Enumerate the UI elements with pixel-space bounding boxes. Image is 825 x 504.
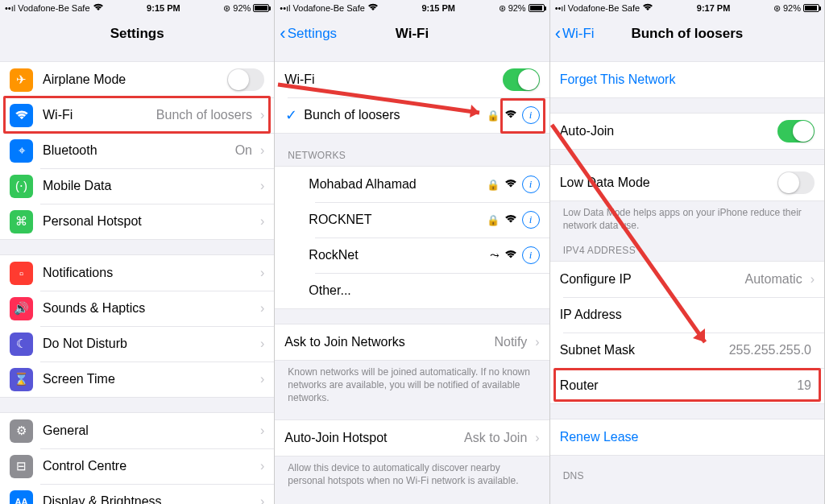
forget-network-row[interactable]: Forget This Network bbox=[550, 62, 824, 97]
bluetooth-icon: ⌖ bbox=[10, 139, 33, 163]
bluetooth-value: On bbox=[235, 143, 252, 158]
wifi-strength-icon bbox=[504, 109, 517, 122]
clock: 9:15 PM bbox=[147, 3, 180, 13]
dnd-label: Do Not Disturb bbox=[43, 337, 255, 351]
carrier-label: Vodafone-Be Safe bbox=[568, 3, 640, 13]
wifi-icon bbox=[642, 3, 653, 13]
alarm-icon: ⊛ bbox=[773, 3, 781, 14]
network-label: RockNet bbox=[309, 248, 484, 262]
info-button[interactable]: i bbox=[522, 246, 540, 264]
lock-icon: 🔒 bbox=[487, 214, 500, 226]
network-label: Mohabad Alhamad bbox=[309, 177, 481, 192]
airplane-toggle[interactable] bbox=[227, 68, 264, 91]
ipv4-header: IPV4 ADDRESS bbox=[550, 240, 824, 261]
lowdata-label: Low Data Mode bbox=[560, 176, 777, 190]
status-bar: ••ıl Vodafone-Be Safe 9:17 PM ⊛ 92% bbox=[550, 0, 824, 16]
ip-label: IP Address bbox=[560, 308, 811, 322]
autojoin-row[interactable]: Auto-Join bbox=[550, 114, 824, 149]
chevron-right-icon: › bbox=[260, 179, 264, 193]
info-button[interactable]: i bbox=[522, 211, 540, 229]
lowdata-toggle[interactable] bbox=[777, 171, 815, 194]
network-row[interactable]: ROCKNET 🔒i bbox=[275, 202, 549, 238]
nav-bar: Settings bbox=[0, 16, 274, 52]
display-row[interactable]: AA Display & Brightness › bbox=[0, 484, 274, 504]
wifi-pane: ••ıl Vodafone-Be Safe 9:15 PM ⊛ 92% ‹Set… bbox=[275, 0, 549, 504]
screentime-row[interactable]: ⌛ Screen Time › bbox=[0, 361, 274, 397]
chevron-right-icon: › bbox=[260, 459, 264, 473]
battery-icon bbox=[803, 4, 819, 12]
renew-label: Renew Lease bbox=[560, 430, 815, 444]
settings-pane: ••ıl Vodafone-Be Safe 9:15 PM ⊛ 92% Sett… bbox=[0, 0, 275, 504]
lowdata-row[interactable]: Low Data Mode bbox=[550, 165, 824, 200]
bluetooth-row[interactable]: ⌖ Bluetooth On › bbox=[0, 133, 274, 168]
forget-label: Forget This Network bbox=[560, 72, 815, 87]
network-row[interactable]: Mohabad Alhamad 🔒i bbox=[275, 167, 549, 202]
other-network-row[interactable]: Other... bbox=[275, 273, 549, 308]
chevron-right-icon: › bbox=[260, 423, 264, 438]
chevron-right-icon: › bbox=[260, 143, 264, 158]
text-size-icon: AA bbox=[10, 490, 33, 505]
wifi-toggle-label: Wi-Fi bbox=[284, 72, 502, 87]
wifi-strength-icon bbox=[504, 178, 517, 191]
gear-icon: ⚙ bbox=[10, 419, 33, 443]
screentime-label: Screen Time bbox=[43, 372, 255, 386]
ask-label: Ask to Join Networks bbox=[284, 335, 494, 349]
clock: 9:15 PM bbox=[421, 3, 455, 13]
nav-bar: ‹Wi-Fi Bunch of loosers bbox=[550, 16, 824, 52]
back-button[interactable]: ‹Settings bbox=[280, 25, 337, 43]
battery-percent: 92% bbox=[233, 3, 251, 13]
chevron-right-icon: › bbox=[260, 337, 264, 351]
chevron-right-icon: › bbox=[535, 335, 539, 349]
back-label: Wi-Fi bbox=[562, 26, 595, 42]
autojoin-toggle[interactable] bbox=[777, 120, 815, 143]
other-label: Other... bbox=[309, 283, 539, 298]
general-label: General bbox=[43, 423, 255, 438]
dnd-row[interactable]: ☾ Do Not Disturb › bbox=[0, 326, 274, 361]
display-label: Display & Brightness bbox=[43, 494, 255, 504]
renew-lease-row[interactable]: Renew Lease bbox=[550, 419, 824, 455]
configure-ip-row[interactable]: Configure IP Automatic › bbox=[550, 262, 824, 297]
connected-network-row[interactable]: ✓ Bunch of loosers 🔒 i bbox=[275, 97, 549, 133]
mobile-data-row[interactable]: (⋅) Mobile Data › bbox=[0, 168, 274, 204]
sounds-row[interactable]: 🔊 Sounds & Haptics › bbox=[0, 291, 274, 326]
network-row[interactable]: RockNet ⤳i bbox=[275, 238, 549, 273]
router-label: Router bbox=[560, 378, 798, 393]
autojoin-hotspot-row[interactable]: Auto-Join Hotspot Ask to Join › bbox=[275, 420, 549, 456]
controlcentre-label: Control Centre bbox=[43, 459, 255, 473]
router-value: 19 bbox=[797, 378, 811, 393]
info-button[interactable]: i bbox=[522, 176, 540, 193]
sounds-label: Sounds & Haptics bbox=[43, 301, 255, 316]
carrier-label: Vodafone-Be Safe bbox=[18, 3, 89, 13]
page-title: Bunch of loosers bbox=[631, 26, 743, 42]
signal-icon: ••ıl bbox=[280, 3, 290, 13]
chevron-right-icon: › bbox=[260, 266, 264, 280]
info-button[interactable]: i bbox=[522, 106, 540, 124]
lock-icon: 🔒 bbox=[487, 179, 500, 191]
wifi-strength-icon bbox=[504, 213, 517, 226]
ask-footer: Known networks will be joined automatica… bbox=[275, 361, 549, 405]
bluetooth-label: Bluetooth bbox=[43, 143, 235, 158]
signal-icon: ••ıl bbox=[555, 3, 566, 13]
wifi-row[interactable]: Wi-Fi Bunch of loosers › bbox=[0, 97, 274, 133]
checkmark-icon: ✓ bbox=[283, 106, 299, 124]
ip-address-row: IP Address bbox=[550, 297, 824, 333]
wifi-toggle[interactable] bbox=[503, 68, 540, 91]
back-button[interactable]: ‹Wi-Fi bbox=[555, 25, 595, 43]
hotspot-label: Personal Hotspot bbox=[43, 214, 255, 229]
airplane-mode-row[interactable]: ✈ Airplane Mode bbox=[0, 62, 274, 97]
subnet-value: 255.255.255.0 bbox=[729, 343, 811, 357]
airplane-icon: ✈ bbox=[10, 68, 33, 92]
chevron-right-icon: › bbox=[810, 272, 815, 287]
ask-to-join-row[interactable]: Ask to Join Networks Notify › bbox=[275, 324, 549, 360]
wifi-settings-icon bbox=[10, 104, 33, 127]
alarm-icon: ⊛ bbox=[223, 3, 230, 14]
subnet-row: Subnet Mask 255.255.255.0 bbox=[550, 333, 824, 368]
general-row[interactable]: ⚙ General › bbox=[0, 413, 274, 448]
notifications-row[interactable]: ▫ Notifications › bbox=[0, 255, 274, 291]
configure-label: Configure IP bbox=[560, 272, 745, 287]
controlcentre-row[interactable]: ⊟ Control Centre › bbox=[0, 448, 274, 484]
chevron-right-icon: › bbox=[260, 494, 264, 504]
hotspot-row[interactable]: ⌘ Personal Hotspot › bbox=[0, 204, 274, 239]
connected-network-label: Bunch of loosers bbox=[304, 108, 481, 122]
wifi-toggle-row[interactable]: Wi-Fi bbox=[275, 62, 549, 97]
